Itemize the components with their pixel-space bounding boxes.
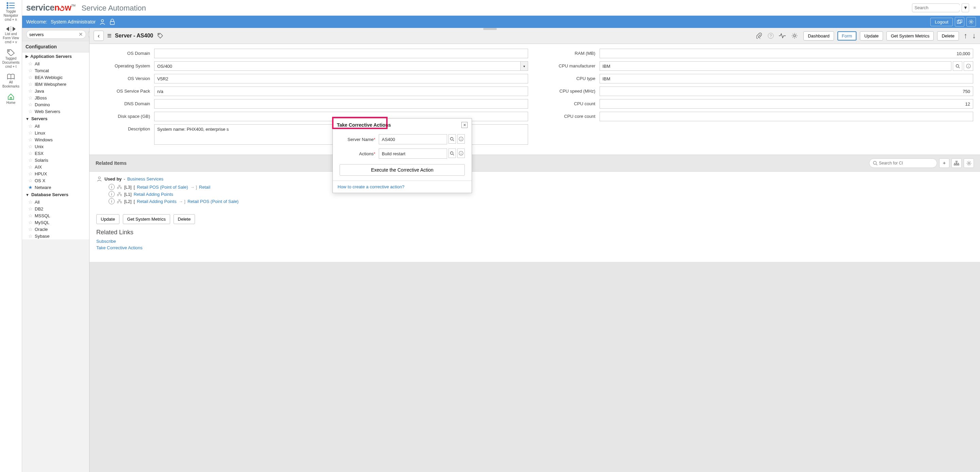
nav-item[interactable]: ☆Oracle [22,226,89,233]
field-dns-domain[interactable] [154,99,528,108]
nav-group-header-servers[interactable]: ▼Servers [22,115,89,123]
hierarchy-icon[interactable] [117,199,122,204]
hierarchy-icon[interactable] [117,191,122,197]
back-button[interactable]: ‹ [94,31,104,41]
nav-item[interactable]: ☆JBoss [22,94,89,101]
field-cpu-core-count[interactable] [600,112,974,121]
update-button[interactable]: Update [860,31,883,40]
used-by-link[interactable]: Business Services [127,176,163,182]
nav-item[interactable]: ☆Linux [22,129,89,136]
form-menu-icon[interactable]: ≡ [107,31,111,40]
home-link[interactable]: Home [0,91,22,108]
nav-item[interactable]: ☆DB2 [22,205,89,212]
howto-corrective-link[interactable]: How to create a corrective action? [337,184,404,189]
menu-toggle-icon[interactable]: ≡ [973,5,976,10]
popover-field-actions[interactable] [379,148,447,159]
hierarchy-icon[interactable] [117,184,122,190]
nav-filter-dropdown[interactable]: ▼ [88,31,89,38]
settings-button[interactable] [966,17,976,27]
logout-button[interactable]: Logout [930,18,953,26]
lookup-cpu-manufacturer[interactable] [953,61,962,71]
field-os-version[interactable] [154,74,528,83]
activity-icon[interactable] [778,31,787,40]
dashboard-button[interactable]: Dashboard [803,31,834,40]
nav-item[interactable]: ☆Java [22,88,89,94]
global-search[interactable] [912,3,959,12]
nav-item[interactable]: ☆Web Servers [22,108,89,115]
related-settings-button[interactable] [964,158,974,168]
nav-item[interactable]: ☆Windows [22,136,89,143]
nav-item[interactable]: ☆Tomcat [22,67,89,74]
popover-field-server-name[interactable] [379,134,447,144]
lock-icon[interactable] [109,18,115,25]
field-os-domain[interactable] [154,49,528,58]
related-map-button[interactable] [951,158,962,168]
form-settings-icon[interactable] [790,31,799,40]
popover-close-button[interactable]: ✕ [461,122,468,128]
nav-item[interactable]: ☆ESX [22,150,89,157]
popover-lookup-server[interactable] [449,134,456,144]
execute-corrective-action-button[interactable]: Execute the Corrective Action [340,164,465,176]
nav-item[interactable]: ☆Domino [22,101,89,108]
rel-link-b[interactable]: Retail [199,185,210,190]
rel-link-a[interactable]: Retail Adding Points [137,199,176,204]
nav-item[interactable]: ☆MSSQL [22,212,89,219]
prev-record-button[interactable]: ↑ [964,31,967,40]
field-cpu-speed[interactable] [600,86,974,96]
rel-link-a[interactable]: Retail POS (Point of Sale) [137,185,188,190]
info-icon[interactable]: i [108,184,115,190]
field-cpu-manufacturer[interactable] [600,61,952,71]
related-add-button[interactable]: ＋ [939,158,950,168]
nav-item[interactable]: ☆Solaris [22,157,89,163]
related-search-input[interactable] [879,161,933,166]
form-button[interactable]: Form [837,31,856,40]
nav-item[interactable]: ☆All [22,199,89,205]
global-search-input[interactable] [914,5,964,10]
delete-button[interactable]: Delete [937,31,959,40]
nav-item[interactable]: ☆OS X [22,177,89,184]
info-icon[interactable]: i [108,198,115,204]
update-button-bottom[interactable]: Update [96,214,119,224]
nav-item[interactable]: ☆IBM Websphere [22,81,89,88]
popover-lookup-actions[interactable] [449,148,456,158]
popover-info-server[interactable]: i [457,134,465,144]
get-metrics-button[interactable]: Get System Metrics [886,31,934,40]
pane-resize-grip[interactable] [483,28,497,30]
nav-item[interactable]: ☆BEA Weblogic [22,74,89,81]
tagged-documents[interactable]: Tagged Documents cmd + t [0,47,22,72]
take-corrective-actions-link[interactable]: Take Corrective Actions [96,245,973,250]
global-search-dropdown[interactable]: ▼ [962,3,969,12]
nav-item[interactable]: ☆MySQL [22,219,89,226]
nav-group-header-app-servers[interactable]: ▶Application Servers [22,53,89,60]
nav-item[interactable]: ☆All [22,60,89,67]
all-bookmarks[interactable]: All Bookmarks [0,72,22,91]
nav-item[interactable]: ☆HPUX [22,170,89,177]
field-cpu-type[interactable] [600,74,974,83]
delete-button-bottom[interactable]: Delete [173,214,195,224]
info-cpu-manufacturer[interactable]: i [964,61,973,71]
nav-filter-input[interactable] [29,32,79,37]
new-window-button[interactable] [955,17,964,27]
toggle-navigator[interactable]: Toggle Navigator cmd + n [0,0,22,24]
nav-group-header-db-servers[interactable]: ▼Database Servers [22,191,89,199]
nav-item[interactable]: ☆AIX [22,163,89,170]
nav-item[interactable]: ☆All [22,123,89,129]
rel-link-a[interactable]: Retail Adding Points [134,192,173,197]
next-record-button[interactable]: ↓ [972,31,976,40]
nav-filter-clear[interactable]: ✕ [79,31,83,37]
tag-edit-icon[interactable] [157,33,163,39]
nav-item[interactable]: ☆Sybase [22,233,89,239]
list-form-view[interactable]: List and Form View cmd + v [0,24,22,47]
related-search[interactable] [869,158,937,168]
user-icon[interactable] [99,18,106,25]
field-os-service-pack[interactable] [154,86,528,96]
subscribe-link[interactable]: Subscribe [96,239,973,244]
popover-info-actions[interactable]: i [457,148,465,158]
info-icon[interactable]: i [108,191,115,197]
field-operating-system[interactable]: OS/400▾ [154,61,528,71]
nav-item-netware[interactable]: ★Netware [22,184,89,191]
get-metrics-button-bottom[interactable]: Get System Metrics [123,214,170,224]
nav-item[interactable]: ☆Unix [22,143,89,150]
rel-link-b[interactable]: Retail POS (Point of Sale) [188,199,239,204]
help-icon[interactable]: ? [766,31,775,40]
